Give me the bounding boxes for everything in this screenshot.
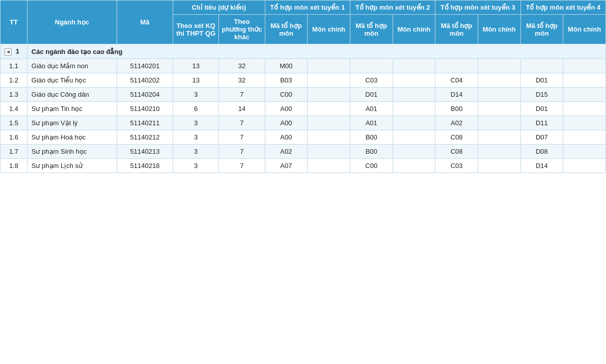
table-cell: D01 (350, 88, 393, 102)
table-cell: A02 (265, 145, 308, 159)
th-tt: TT (1, 1, 27, 44)
table-cell: C00 (350, 159, 393, 173)
table-cell (308, 88, 350, 102)
table-cell (393, 159, 435, 173)
table-cell: 1.7 (1, 145, 27, 159)
table-cell: D07 (520, 130, 563, 145)
table-cell: 7 (219, 130, 265, 145)
table-cell: 51140218 (117, 159, 173, 173)
table-cell: C03 (350, 73, 393, 88)
expand-icon[interactable]: ◄ (5, 48, 12, 55)
table-cell: C08 (435, 130, 478, 145)
table-cell (563, 73, 606, 88)
table-cell: 13 (173, 73, 219, 88)
table-cell (563, 88, 606, 102)
table-cell: 51140202 (117, 73, 173, 88)
main-table: TT Ngành học Mã Chỉ tiêu (dự kiến) Tổ hợ… (0, 0, 606, 173)
table-cell (393, 73, 435, 88)
table-body: ◄ 1 Các ngành đào tạo cao đẳng 1.1Giáo d… (1, 44, 606, 173)
th-mon-chinh-1: Môn chính (308, 15, 350, 44)
table-row: 1.5Sư phạm Vật lý5114021137A00A01A02D11 (1, 116, 606, 130)
table-cell: A02 (435, 116, 478, 130)
th-theo-phuong-thuc: Theo phương thức khác (219, 15, 265, 44)
th-to-hop-4: Tổ hợp môn xét tuyển 4 (520, 1, 605, 15)
table-cell: A00 (265, 102, 308, 116)
table-row: 1.1Giáo dục Mầm non511402011332M00 (1, 59, 606, 73)
table-cell: 3 (173, 88, 219, 102)
table-cell (393, 130, 435, 145)
table-cell: 1.8 (1, 159, 27, 173)
table-cell (563, 59, 606, 73)
table-row: 1.7Sư phạm Sinh học5114021337A02B00C08D0… (1, 145, 606, 159)
table-cell: 3 (173, 145, 219, 159)
table-cell (308, 73, 350, 88)
table-cell (478, 145, 520, 159)
section-tt: ◄ 1 (1, 44, 27, 59)
table-cell: 1.6 (1, 130, 27, 145)
table-cell: 1.5 (1, 116, 27, 130)
table-cell: 51140212 (117, 130, 173, 145)
table-cell: C04 (435, 73, 478, 88)
table-cell: B00 (350, 130, 393, 145)
th-to-hop-1: Tổ hợp môn xét tuyển 1 (265, 1, 350, 15)
table-cell: 1.3 (1, 88, 27, 102)
cell-nganh: Sư phạm Hoá học (27, 130, 117, 145)
table-cell (520, 59, 563, 73)
table-row: 1.2Giáo dục Tiểu học511402021332B03C03C0… (1, 73, 606, 88)
table-cell (563, 145, 606, 159)
th-mon-chinh-3: Môn chính (478, 15, 520, 44)
table-cell (478, 116, 520, 130)
table-cell (393, 116, 435, 130)
table-cell (563, 116, 606, 130)
table-cell: 51140210 (117, 102, 173, 116)
th-mon-chinh-2: Môn chính (393, 15, 435, 44)
table-cell: A07 (265, 159, 308, 173)
table-cell: C00 (265, 88, 308, 102)
table-cell: D14 (435, 88, 478, 102)
cell-nganh: Giáo dục Công dân (27, 88, 117, 102)
th-ma-to-hop-3: Mã tổ hợp môn (435, 15, 478, 44)
table-cell (478, 102, 520, 116)
table-cell: C03 (435, 159, 478, 173)
table-cell (393, 88, 435, 102)
table-cell (435, 59, 478, 73)
table-header: TT Ngành học Mã Chỉ tiêu (dự kiến) Tổ hợ… (1, 1, 606, 44)
table-cell: D15 (520, 88, 563, 102)
table-cell (478, 73, 520, 88)
table-cell: 7 (219, 88, 265, 102)
table-cell (563, 130, 606, 145)
table-cell: M00 (265, 59, 308, 73)
table-cell: 3 (173, 116, 219, 130)
table-cell: 14 (219, 102, 265, 116)
table-cell (393, 145, 435, 159)
th-ma-to-hop-1: Mã tổ hợp môn (265, 15, 308, 44)
table-cell: 6 (173, 102, 219, 116)
section-row: ◄ 1 Các ngành đào tạo cao đẳng (1, 44, 606, 59)
table-cell: A00 (265, 130, 308, 145)
table-row: 1.6Sư phạm Hoá học5114021237A00B00C08D07 (1, 130, 606, 145)
table-cell: B00 (350, 145, 393, 159)
table-cell: 32 (219, 59, 265, 73)
table-cell: 51140213 (117, 145, 173, 159)
table-cell (478, 159, 520, 173)
cell-nganh: Giáo dục Tiểu học (27, 73, 117, 88)
table-cell: 1.1 (1, 59, 27, 73)
table-cell: 51140211 (117, 116, 173, 130)
table-cell (563, 102, 606, 116)
table-cell: A01 (350, 102, 393, 116)
table-cell: D01 (520, 73, 563, 88)
table-cell: 3 (173, 159, 219, 173)
cell-nganh: Giáo dục Mầm non (27, 59, 117, 73)
table-cell (308, 130, 350, 145)
section-label: Các ngành đào tạo cao đẳng (27, 44, 605, 59)
th-ma-to-hop-4: Mã tổ hợp môn (520, 15, 563, 44)
table-cell (308, 116, 350, 130)
table-cell: 7 (219, 145, 265, 159)
table-cell: D01 (520, 102, 563, 116)
table-cell: 32 (219, 73, 265, 88)
table-cell: B00 (435, 102, 478, 116)
table-cell: 3 (173, 130, 219, 145)
th-nganh-hoc: Ngành học (27, 1, 117, 44)
table-wrapper: TT Ngành học Mã Chỉ tiêu (dự kiến) Tổ hợ… (0, 0, 606, 173)
table-cell (478, 88, 520, 102)
